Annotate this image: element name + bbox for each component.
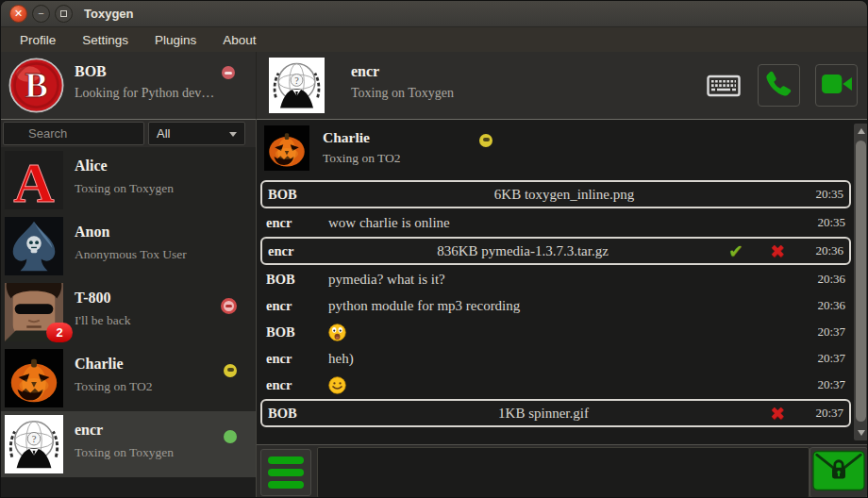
scrollbar-thumb[interactable] [856,141,866,422]
chat-panel: Charlie Toxing on TO2 BOB6KB toxygen_inl… [256,120,868,498]
contact-name: Charlie [75,356,124,373]
message-text: heh) [328,351,800,367]
message-text [328,376,800,394]
shocked-emoji-icon [328,324,346,341]
banner-status-message: Toxing on TO2 [323,151,401,166]
message-text: python module for mp3 recording [328,298,800,314]
message-sender: BOB [266,324,328,340]
message-row: encrheh)20:37 [260,346,851,371]
message-text: wow charlie is online [328,215,800,231]
contact-avatar: ? [5,415,63,473]
message-row: BOBpymedia? what is it?20:36 [260,267,851,291]
message-time: 20:37 [798,406,843,421]
chat-scrollbar[interactable] [854,124,868,440]
menubar: ProfileSettingsPluginsAbout [1,27,867,52]
attachments-menu-button[interactable] [260,449,311,496]
file-transfer-row: BOB6KB toxygen_inline.png20:35 [260,180,851,208]
status-online-icon [224,430,237,443]
message-list: BOB6KB toxygen_inline.png20:35encrwow ch… [260,180,851,427]
message-sender: encr [268,243,330,259]
contact-filter-value: All [157,126,170,141]
file-transfer-row: BOB1KB spinner.gif✖20:37 [260,399,851,427]
contact-status-message: Toxing on Toxygen [75,445,174,460]
peer-online-banner: Charlie Toxing on TO2 [260,124,849,176]
menu-item-settings[interactable]: Settings [69,27,142,52]
phone-icon [764,69,793,102]
message-sender: encr [266,298,328,314]
chat-history: Charlie Toxing on TO2 BOB6KB toxygen_inl… [257,120,868,444]
cancel-file-button[interactable]: ✖ [757,405,798,423]
contact-status-message: Toxing on Toxygen [75,181,174,196]
svg-text:?: ? [294,75,299,86]
message-row: encrpython module for mp3 recording20:36 [260,293,851,318]
contact-status-message: Toxing on TO2 [75,379,153,394]
maximize-window-button[interactable] [55,5,73,23]
contact-name: Alice [75,158,108,174]
contact-status-message: Anonymous Tox User [75,247,187,262]
accept-file-button[interactable]: ✔ [715,242,757,260]
cancel-file-button[interactable]: ✖ [757,242,798,260]
contact-list: AAliceToxing on ToxygenAnonAnonymous Tox… [1,147,256,477]
status-away-icon [224,364,237,377]
message-time: 20:35 [798,187,843,202]
window-controls: ✕ − [9,5,73,23]
svg-text:B: B [25,66,48,105]
scroll-up-arrow[interactable] [854,124,868,139]
contact-avatar [5,217,63,275]
send-message-button[interactable] [810,447,868,498]
message-time: 20:35 [800,215,845,230]
peer-name: encr [351,63,379,80]
svg-text:A: A [13,151,54,209]
message-input[interactable] [317,447,810,498]
contact-name: T-800 [75,290,111,307]
keyboard-icon[interactable] [705,73,743,99]
contact-avatar: A [5,151,63,209]
scroll-down-arrow[interactable] [854,425,868,440]
peer-status-message: Toxing on Toxygen [351,86,454,101]
maximize-icon [60,10,67,17]
close-window-button[interactable]: ✕ [9,5,27,23]
titlebar: ✕ − Toxygen [1,1,867,27]
contact-name: encr [75,422,103,439]
file-transfer-label: 1KB spinner.gif [330,406,757,422]
svg-text:?: ? [32,434,37,444]
message-sender: BOB [266,272,328,288]
contact-list-item-anon[interactable]: AnonAnonymous Tox User [1,213,256,279]
minimize-window-button[interactable]: − [32,5,50,23]
chat-peer-header: ? encr Toxing on Toxygen [256,52,868,120]
search-row: All [1,120,256,147]
message-row: BOB20:37 [260,320,851,344]
contact-list-item-t-800[interactable]: T-800I'll be back2 [1,279,256,345]
status-away-icon [479,134,492,147]
contact-list-item-encr[interactable]: ?encrToxing on Toxygen [1,411,256,477]
contact-status-message: I'll be back [75,313,130,328]
banner-name: Charlie [323,129,370,146]
message-time: 20:36 [800,298,845,313]
file-transfer-label: 836KB pymedia-1.3.7.3.tar.gz [330,243,715,259]
status-busy-icon[interactable] [222,66,235,79]
toxygen-window: ✕ − Toxygen ProfileSettingsPluginsAbout … [0,0,868,498]
self-status-message: Looking for Python dev… [75,86,214,101]
contact-avatar [5,349,63,407]
banner-avatar [264,125,309,171]
self-profile-box[interactable]: B BOB Looking for Python dev… [1,52,256,120]
file-transfer-row: encr836KB pymedia-1.3.7.3.tar.gz✔✖20:36 [260,237,851,265]
chevron-down-icon [229,132,237,137]
search-input[interactable] [3,122,144,145]
contact-list-item-charlie[interactable]: CharlieToxing on TO2 [1,345,256,411]
menu-item-about[interactable]: About [209,27,269,52]
message-sender: encr [266,351,328,367]
menu-item-plugins[interactable]: Plugins [142,27,209,52]
menu-item-profile[interactable]: Profile [7,27,69,52]
message-sender: encr [266,215,328,231]
video-call-button[interactable] [815,64,858,107]
contact-list-item-alice[interactable]: AAliceToxing on Toxygen [1,147,256,213]
file-transfer-label: 6KB toxygen_inline.png [330,187,798,203]
message-time: 20:36 [800,272,845,287]
message-time: 20:36 [798,243,843,258]
audio-call-button[interactable] [758,64,800,107]
unread-badge: 2 [46,323,73,342]
contact-filter-dropdown[interactable]: All [148,122,245,145]
composer-bar [257,444,868,498]
message-time: 20:37 [800,351,845,366]
